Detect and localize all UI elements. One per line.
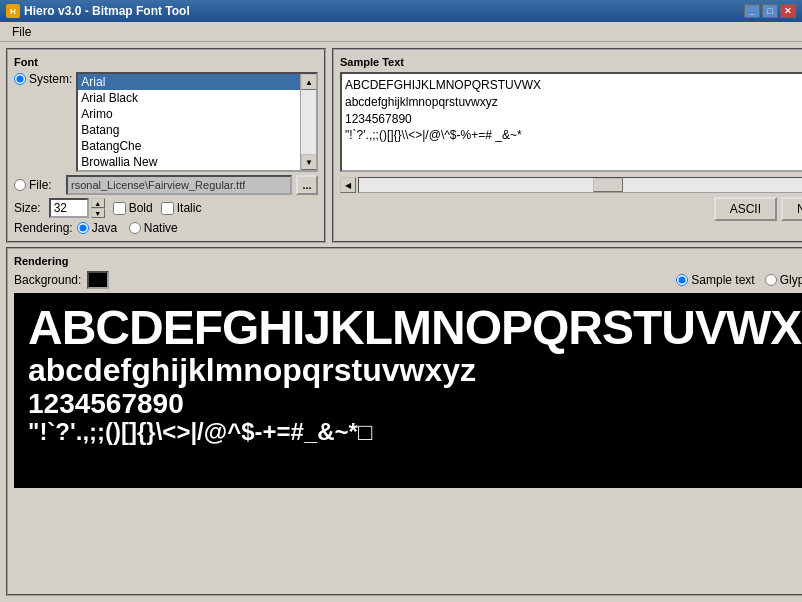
font-item-arial-black[interactable]: Arial Black: [78, 90, 300, 106]
font-item-arial[interactable]: Arial: [78, 74, 300, 90]
title-buttons: _ □ ✕: [744, 4, 796, 18]
main-content: Font System: Arial Arial Black Arimo Bat…: [0, 42, 802, 602]
font-item-arimo[interactable]: Arimo: [78, 106, 300, 122]
window-title: Hiero v3.0 - Bitmap Font Tool: [24, 4, 190, 18]
h-scroll-track: [358, 177, 802, 193]
title-bar: H Hiero v3.0 - Bitmap Font Tool _ □ ✕: [0, 0, 802, 22]
file-radio[interactable]: [14, 179, 26, 191]
h-scrollbar: ◀ ▶: [340, 177, 802, 193]
scroll-left-btn[interactable]: ◀: [340, 177, 356, 193]
java-label: Java: [92, 221, 117, 235]
preview-line2: abcdefghijklmnopqrstuvwxyz: [28, 353, 802, 388]
italic-checkbox[interactable]: [161, 202, 174, 215]
sample-text-area[interactable]: ABCDEFGHIJKLMNOPQRSTUVWX abcdefghijklmno…: [340, 72, 802, 172]
system-radio[interactable]: [14, 73, 26, 85]
glyph-cache-radio-text: Glyph cache: [780, 273, 802, 287]
bg-label: Background:: [14, 273, 81, 287]
file-path-text: rsonal_License\Fairview_Regular.ttf: [71, 179, 245, 191]
sample-text-radio-label[interactable]: Sample text: [676, 273, 754, 287]
sample-text-radio[interactable]: [676, 274, 688, 286]
size-row: Size: ▲ ▼ Bold Italic: [14, 198, 318, 218]
bold-text: Bold: [129, 201, 153, 215]
font-system-row: System: Arial Arial Black Arimo Batang B…: [14, 72, 318, 172]
system-radio-label[interactable]: System:: [14, 72, 72, 86]
preview-canvas: ABCDEFGHIJKLMNOPQRSTUVWXY abcdefghijklmn…: [14, 293, 802, 488]
nehe-button[interactable]: NEHE: [781, 197, 802, 221]
font-title: Font: [14, 56, 318, 68]
browse-button[interactable]: ...: [296, 175, 318, 195]
rendering-label: Rendering:: [14, 221, 73, 235]
system-label: System:: [29, 72, 72, 86]
glyph-cache-radio-label[interactable]: Glyph cache: [765, 273, 802, 287]
ascii-button[interactable]: ASCII: [714, 197, 777, 221]
file-row: File: rsonal_License\Fairview_Regular.tt…: [14, 175, 318, 195]
rendering-title: Rendering: [14, 255, 802, 267]
size-input-wrap: ▲ ▼: [49, 198, 105, 218]
preview-line3: 1234567890: [28, 389, 802, 420]
sample-buttons: ASCII NEHE: [340, 197, 802, 221]
scroll-up-btn[interactable]: ▲: [301, 74, 317, 90]
size-up-btn[interactable]: ▲: [91, 198, 105, 208]
size-down-btn[interactable]: ▼: [91, 208, 105, 218]
sample-text-panel: Sample Text ABCDEFGHIJKLMNOPQRSTUVWX abc…: [332, 48, 802, 243]
font-item-batang[interactable]: Batang: [78, 122, 300, 138]
size-label: Size:: [14, 201, 41, 215]
sample-text-radio-text: Sample text: [691, 273, 754, 287]
scroll-track: [301, 90, 316, 154]
preview-line1: ABCDEFGHIJKLMNOPQRSTUVWXY: [28, 303, 802, 353]
minimize-button[interactable]: _: [744, 4, 760, 18]
size-spinner: ▲ ▼: [91, 198, 105, 218]
h-scroll-thumb[interactable]: [593, 178, 623, 192]
maximize-button[interactable]: □: [762, 4, 778, 18]
italic-label[interactable]: Italic: [161, 201, 202, 215]
bg-color-swatch[interactable]: [87, 271, 109, 289]
rendering-panel: Rendering Background: Sample text Glyph …: [6, 247, 802, 596]
font-list[interactable]: Arial Arial Black Arimo Batang BatangChe…: [78, 74, 300, 170]
size-input[interactable]: [49, 198, 89, 218]
italic-text: Italic: [177, 201, 202, 215]
native-radio-label[interactable]: Native: [129, 221, 178, 235]
rendering-row: Rendering: Java Native: [14, 221, 318, 235]
menu-bar: File: [0, 22, 802, 42]
font-panel: Font System: Arial Arial Black Arimo Bat…: [6, 48, 326, 243]
preview-mode-group: Sample text Glyph cache: [676, 273, 802, 287]
file-input-container: rsonal_License\Fairview_Regular.ttf: [66, 175, 292, 195]
java-radio[interactable]: [77, 222, 89, 234]
file-radio-label[interactable]: File:: [14, 178, 62, 192]
font-scrollbar[interactable]: ▲ ▼: [300, 74, 316, 170]
glyph-cache-radio[interactable]: [765, 274, 777, 286]
font-item-batangche[interactable]: BatangChe: [78, 138, 300, 154]
file-label: File:: [29, 178, 52, 192]
background-row: Background: Sample text Glyph cache: [14, 271, 802, 289]
native-label: Native: [144, 221, 178, 235]
app-icon: H: [6, 4, 20, 18]
bold-checkbox[interactable]: [113, 202, 126, 215]
left-panel: Font System: Arial Arial Black Arimo Bat…: [6, 48, 802, 596]
menu-file[interactable]: File: [4, 24, 39, 40]
close-button[interactable]: ✕: [780, 4, 796, 18]
bold-label[interactable]: Bold: [113, 201, 153, 215]
font-item-browallia[interactable]: Browallia New: [78, 154, 300, 170]
font-list-wrapper: Arial Arial Black Arimo Batang BatangChe…: [76, 72, 318, 172]
java-radio-label[interactable]: Java: [77, 221, 125, 235]
sample-text-title: Sample Text: [340, 56, 802, 68]
scroll-down-btn[interactable]: ▼: [301, 154, 317, 170]
sample-text-box-wrapper: ABCDEFGHIJKLMNOPQRSTUVWX abcdefghijklmno…: [340, 72, 802, 175]
preview-line4: "!`?'.,;;()[]{}\<>|/@^$-+=#_&~*□: [28, 419, 802, 445]
native-radio[interactable]: [129, 222, 141, 234]
